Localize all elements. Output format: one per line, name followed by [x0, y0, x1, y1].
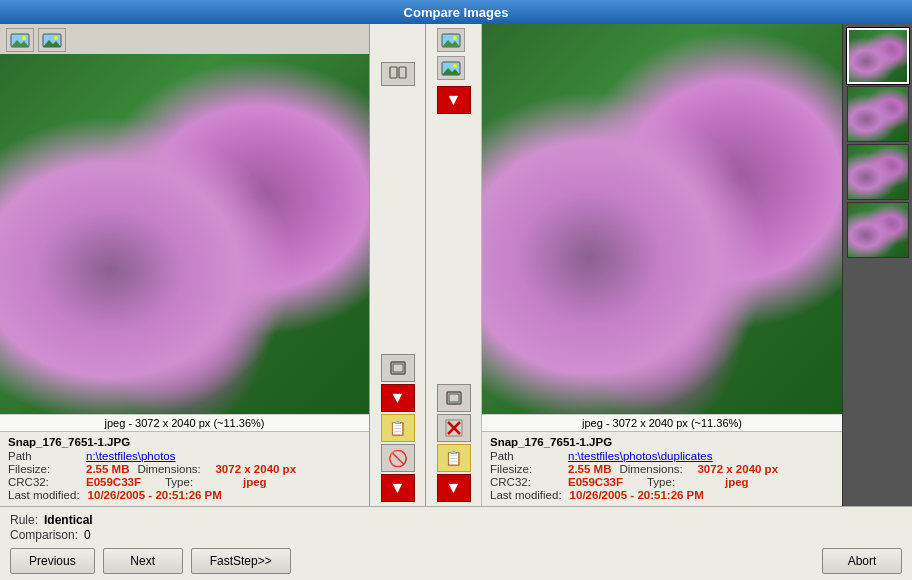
previous-button[interactable]: Previous	[10, 548, 95, 574]
right-path-value[interactable]: n:\testfiles\photos\duplicates	[568, 450, 712, 462]
bottom-section: Rule: Identical Comparison: 0 Previous N…	[0, 506, 912, 580]
left-lastmod-label: Last modified:	[8, 489, 80, 501]
left-type-label: Type:	[165, 476, 235, 488]
rule-row: Rule: Identical	[10, 513, 902, 527]
left-path-label: Path	[8, 450, 78, 462]
left-path-value[interactable]: n:\testfiles\photos	[86, 450, 176, 462]
thumbnails-panel	[842, 24, 912, 506]
nav-row: Previous Next FastStep>> Abort	[10, 548, 902, 574]
next-button[interactable]: Next	[103, 548, 183, 574]
left-image-btn2[interactable]	[38, 28, 66, 52]
left-crc32-value: E059C33F	[86, 476, 141, 488]
right-cross-btn[interactable]	[437, 414, 471, 442]
left-filesize-value: 2.55 MB	[86, 463, 129, 475]
comparison-row: Comparison: 0	[10, 528, 902, 542]
left-crc32-label: CRC32:	[8, 476, 78, 488]
sync-scroll-btn[interactable]	[381, 62, 415, 86]
fit-window-btn[interactable]	[381, 354, 415, 382]
left-filename: Snap_176_7651-1.JPG	[8, 436, 361, 448]
right-move-btn[interactable]: ▼	[437, 474, 471, 502]
right-section: ▼ 📋 ▼	[426, 24, 842, 506]
center-toolbar: ▼ 📋 🚫 ▼	[370, 24, 426, 506]
svg-rect-17	[449, 394, 459, 402]
right-header-buttons: ▼	[437, 28, 471, 114]
left-filesize-label: Filesize:	[8, 463, 78, 475]
svg-point-5	[54, 36, 58, 40]
comparison-label: Comparison:	[10, 528, 78, 542]
nav-buttons-left: Previous Next FastStep>>	[10, 548, 291, 574]
right-lastmod-label: Last modified:	[490, 489, 562, 501]
right-dimensions-value: 3072 x 2040 px	[697, 463, 778, 475]
right-image-info: jpeg - 3072 x 2040 px (~11.36%)	[482, 414, 842, 431]
right-file-info: Snap_176_7651-1.JPG Path n:\testfiles\ph…	[482, 431, 842, 506]
right-image-btn1[interactable]	[437, 28, 465, 52]
svg-point-15	[453, 64, 457, 68]
left-image-info: jpeg - 3072 x 2040 px (~11.36%)	[0, 414, 369, 431]
right-filesize-label: Filesize:	[490, 463, 560, 475]
left-dimensions-label: Dimensions:	[137, 463, 207, 475]
abort-button[interactable]: Abort	[822, 548, 902, 574]
thumbnail-4[interactable]	[847, 202, 909, 258]
svg-point-2	[22, 36, 26, 40]
left-type-value: jpeg	[243, 476, 267, 488]
faststep-button[interactable]: FastStep>>	[191, 548, 291, 574]
left-header-buttons	[0, 24, 369, 54]
left-image-btn1[interactable]	[6, 28, 34, 52]
right-toolbar: ▼ 📋 ▼	[426, 24, 482, 506]
right-panel: jpeg - 3072 x 2040 px (~11.36%) Snap_176…	[482, 24, 842, 506]
right-crc32-value: E059C33F	[568, 476, 623, 488]
svg-point-12	[453, 36, 457, 40]
right-type-value: jpeg	[725, 476, 749, 488]
svg-rect-9	[393, 364, 403, 372]
status-info: Rule: Identical Comparison: 0	[10, 513, 902, 542]
left-image	[0, 54, 369, 414]
left-panel: jpeg - 3072 x 2040 px (~11.36%) Snap_176…	[0, 24, 370, 506]
note-left-btn[interactable]: 📋	[381, 414, 415, 442]
rule-value: Identical	[44, 513, 93, 527]
abort-container: Abort	[822, 548, 902, 574]
thumbnail-2[interactable]	[847, 86, 909, 142]
thumbnail-3[interactable]	[847, 144, 909, 200]
right-fit-btn[interactable]	[437, 384, 471, 412]
right-delete-btn[interactable]: ▼	[437, 86, 471, 114]
rule-label: Rule:	[10, 513, 38, 527]
block-left-btn[interactable]: 🚫	[381, 444, 415, 472]
svg-rect-6	[390, 67, 397, 78]
right-filename: Snap_176_7651-1.JPG	[490, 436, 834, 448]
right-image-btn2[interactable]	[437, 56, 465, 80]
left-file-info: Snap_176_7651-1.JPG Path n:\testfiles\ph…	[0, 431, 369, 506]
delete-left-btn[interactable]: ▼	[381, 384, 415, 412]
title-bar: Compare Images	[0, 0, 912, 24]
right-path-label: Path	[490, 450, 560, 462]
right-dimensions-label: Dimensions:	[619, 463, 689, 475]
left-dimensions-value: 3072 x 2040 px	[215, 463, 296, 475]
svg-rect-7	[399, 67, 406, 78]
left-lastmod-value: 10/26/2005 - 20:51:26 PM	[88, 489, 222, 501]
right-type-label: Type:	[647, 476, 717, 488]
comparison-value: 0	[84, 528, 91, 542]
right-filesize-value: 2.55 MB	[568, 463, 611, 475]
right-image	[482, 24, 842, 414]
right-crc32-label: CRC32:	[490, 476, 560, 488]
thumbnail-1[interactable]	[847, 28, 909, 84]
right-note-btn[interactable]: 📋	[437, 444, 471, 472]
right-lastmod-value: 10/26/2005 - 20:51:26 PM	[570, 489, 704, 501]
move-left-btn[interactable]: ▼	[381, 474, 415, 502]
window-title: Compare Images	[404, 5, 509, 20]
